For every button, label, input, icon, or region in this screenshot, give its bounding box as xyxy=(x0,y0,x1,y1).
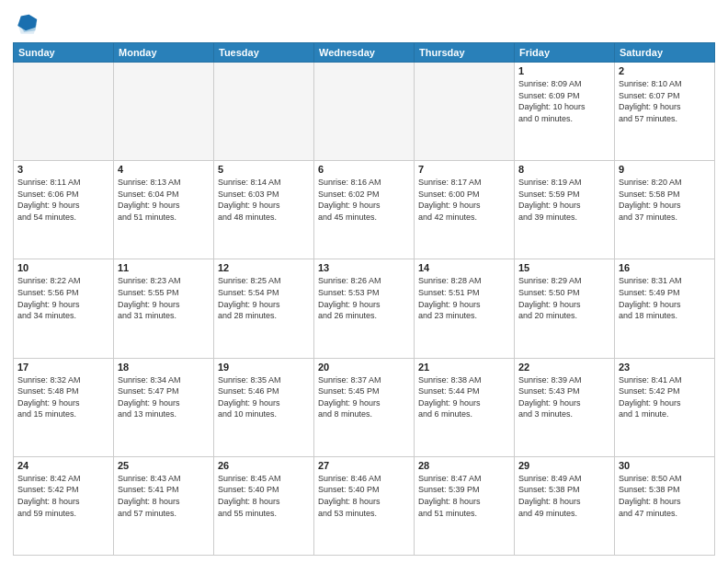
day-info: Sunrise: 8:49 AM Sunset: 5:38 PM Dayligh… xyxy=(518,473,610,519)
calendar-cell: 28Sunrise: 8:47 AM Sunset: 5:39 PM Dayli… xyxy=(415,456,515,555)
day-info: Sunrise: 8:10 AM Sunset: 6:07 PM Dayligh… xyxy=(619,78,711,124)
logo-icon xyxy=(13,13,39,39)
calendar-cell: 3Sunrise: 8:11 AM Sunset: 6:06 PM Daylig… xyxy=(14,161,114,259)
calendar-cell: 27Sunrise: 8:46 AM Sunset: 5:40 PM Dayli… xyxy=(314,456,415,555)
day-number: 10 xyxy=(17,262,109,273)
day-info: Sunrise: 8:39 AM Sunset: 5:43 PM Dayligh… xyxy=(518,374,610,420)
day-number: 16 xyxy=(619,262,711,273)
calendar-cell: 13Sunrise: 8:26 AM Sunset: 5:53 PM Dayli… xyxy=(314,259,415,358)
day-number: 3 xyxy=(17,164,109,175)
day-number: 15 xyxy=(518,262,610,273)
day-number: 11 xyxy=(118,262,210,273)
day-number: 18 xyxy=(118,362,210,373)
day-number: 25 xyxy=(118,460,210,471)
day-info: Sunrise: 8:23 AM Sunset: 5:55 PM Dayligh… xyxy=(118,275,210,321)
header xyxy=(13,9,715,39)
day-info: Sunrise: 8:41 AM Sunset: 5:42 PM Dayligh… xyxy=(619,374,711,420)
day-info: Sunrise: 8:50 AM Sunset: 5:38 PM Dayligh… xyxy=(619,473,711,519)
day-number: 7 xyxy=(418,164,510,175)
day-number: 6 xyxy=(318,164,410,175)
day-number: 9 xyxy=(619,164,711,175)
day-number: 14 xyxy=(418,262,510,273)
day-info: Sunrise: 8:14 AM Sunset: 6:03 PM Dayligh… xyxy=(218,177,310,223)
calendar-cell xyxy=(114,63,214,161)
day-number: 12 xyxy=(218,262,310,273)
calendar-cell: 10Sunrise: 8:22 AM Sunset: 5:56 PM Dayli… xyxy=(14,259,114,358)
calendar-cell xyxy=(214,63,314,161)
day-info: Sunrise: 8:32 AM Sunset: 5:48 PM Dayligh… xyxy=(17,374,109,420)
day-info: Sunrise: 8:13 AM Sunset: 6:04 PM Dayligh… xyxy=(118,177,210,223)
weekday-header: Tuesday xyxy=(214,43,314,63)
calendar-cell: 15Sunrise: 8:29 AM Sunset: 5:50 PM Dayli… xyxy=(515,259,615,358)
calendar-cell: 7Sunrise: 8:17 AM Sunset: 6:00 PM Daylig… xyxy=(415,161,515,259)
calendar-cell: 12Sunrise: 8:25 AM Sunset: 5:54 PM Dayli… xyxy=(214,259,314,358)
calendar-week-row: 1Sunrise: 8:09 AM Sunset: 6:09 PM Daylig… xyxy=(14,63,715,161)
day-number: 4 xyxy=(118,164,210,175)
day-info: Sunrise: 8:42 AM Sunset: 5:42 PM Dayligh… xyxy=(17,473,109,519)
calendar-body: 1Sunrise: 8:09 AM Sunset: 6:09 PM Daylig… xyxy=(14,63,715,556)
calendar-cell xyxy=(314,63,415,161)
day-number: 2 xyxy=(619,65,711,76)
day-number: 1 xyxy=(518,65,610,76)
weekday-row: SundayMondayTuesdayWednesdayThursdayFrid… xyxy=(14,43,715,63)
calendar-cell: 21Sunrise: 8:38 AM Sunset: 5:44 PM Dayli… xyxy=(415,358,515,456)
calendar-cell: 11Sunrise: 8:23 AM Sunset: 5:55 PM Dayli… xyxy=(114,259,214,358)
calendar-cell: 30Sunrise: 8:50 AM Sunset: 5:38 PM Dayli… xyxy=(615,456,715,555)
day-number: 24 xyxy=(17,460,109,471)
day-info: Sunrise: 8:19 AM Sunset: 5:59 PM Dayligh… xyxy=(518,177,610,223)
day-info: Sunrise: 8:09 AM Sunset: 6:09 PM Dayligh… xyxy=(518,78,610,124)
calendar-cell: 29Sunrise: 8:49 AM Sunset: 5:38 PM Dayli… xyxy=(515,456,615,555)
day-info: Sunrise: 8:28 AM Sunset: 5:51 PM Dayligh… xyxy=(418,275,510,321)
calendar-cell: 14Sunrise: 8:28 AM Sunset: 5:51 PM Dayli… xyxy=(415,259,515,358)
calendar-cell: 4Sunrise: 8:13 AM Sunset: 6:04 PM Daylig… xyxy=(114,161,214,259)
weekday-header: Thursday xyxy=(415,43,515,63)
weekday-header: Friday xyxy=(515,43,615,63)
calendar-table: SundayMondayTuesdayWednesdayThursdayFrid… xyxy=(13,42,715,556)
day-info: Sunrise: 8:35 AM Sunset: 5:46 PM Dayligh… xyxy=(218,374,310,420)
day-info: Sunrise: 8:31 AM Sunset: 5:49 PM Dayligh… xyxy=(619,275,711,321)
day-number: 19 xyxy=(218,362,310,373)
calendar-cell: 19Sunrise: 8:35 AM Sunset: 5:46 PM Dayli… xyxy=(214,358,314,456)
weekday-header: Sunday xyxy=(14,43,114,63)
day-info: Sunrise: 8:11 AM Sunset: 6:06 PM Dayligh… xyxy=(17,177,109,223)
weekday-header: Saturday xyxy=(615,43,715,63)
day-number: 17 xyxy=(17,362,109,373)
day-info: Sunrise: 8:17 AM Sunset: 6:00 PM Dayligh… xyxy=(418,177,510,223)
calendar-cell: 25Sunrise: 8:43 AM Sunset: 5:41 PM Dayli… xyxy=(114,456,214,555)
calendar-cell: 16Sunrise: 8:31 AM Sunset: 5:49 PM Dayli… xyxy=(615,259,715,358)
calendar-cell: 2Sunrise: 8:10 AM Sunset: 6:07 PM Daylig… xyxy=(615,63,715,161)
day-info: Sunrise: 8:43 AM Sunset: 5:41 PM Dayligh… xyxy=(118,473,210,519)
calendar-week-row: 10Sunrise: 8:22 AM Sunset: 5:56 PM Dayli… xyxy=(14,259,715,358)
day-info: Sunrise: 8:20 AM Sunset: 5:58 PM Dayligh… xyxy=(619,177,711,223)
day-info: Sunrise: 8:26 AM Sunset: 5:53 PM Dayligh… xyxy=(318,275,410,321)
day-info: Sunrise: 8:47 AM Sunset: 5:39 PM Dayligh… xyxy=(418,473,510,519)
calendar-cell xyxy=(14,63,114,161)
calendar-week-row: 3Sunrise: 8:11 AM Sunset: 6:06 PM Daylig… xyxy=(14,161,715,259)
calendar-cell: 22Sunrise: 8:39 AM Sunset: 5:43 PM Dayli… xyxy=(515,358,615,456)
calendar-cell: 26Sunrise: 8:45 AM Sunset: 5:40 PM Dayli… xyxy=(214,456,314,555)
calendar-cell xyxy=(415,63,515,161)
calendar-header: SundayMondayTuesdayWednesdayThursdayFrid… xyxy=(14,43,715,63)
day-info: Sunrise: 8:29 AM Sunset: 5:50 PM Dayligh… xyxy=(518,275,610,321)
day-number: 5 xyxy=(218,164,310,175)
day-info: Sunrise: 8:16 AM Sunset: 6:02 PM Dayligh… xyxy=(318,177,410,223)
weekday-header: Wednesday xyxy=(314,43,415,63)
calendar-cell: 5Sunrise: 8:14 AM Sunset: 6:03 PM Daylig… xyxy=(214,161,314,259)
calendar-cell: 17Sunrise: 8:32 AM Sunset: 5:48 PM Dayli… xyxy=(14,358,114,456)
day-info: Sunrise: 8:38 AM Sunset: 5:44 PM Dayligh… xyxy=(418,374,510,420)
day-info: Sunrise: 8:37 AM Sunset: 5:45 PM Dayligh… xyxy=(318,374,410,420)
day-number: 13 xyxy=(318,262,410,273)
calendar-cell: 24Sunrise: 8:42 AM Sunset: 5:42 PM Dayli… xyxy=(14,456,114,555)
calendar-cell: 6Sunrise: 8:16 AM Sunset: 6:02 PM Daylig… xyxy=(314,161,415,259)
calendar-cell: 20Sunrise: 8:37 AM Sunset: 5:45 PM Dayli… xyxy=(314,358,415,456)
day-number: 23 xyxy=(619,362,711,373)
logo xyxy=(13,13,42,39)
day-number: 20 xyxy=(318,362,410,373)
day-number: 21 xyxy=(418,362,510,373)
calendar-cell: 9Sunrise: 8:20 AM Sunset: 5:58 PM Daylig… xyxy=(615,161,715,259)
page: SundayMondayTuesdayWednesdayThursdayFrid… xyxy=(0,0,728,563)
calendar-week-row: 17Sunrise: 8:32 AM Sunset: 5:48 PM Dayli… xyxy=(14,358,715,456)
day-number: 30 xyxy=(619,460,711,471)
day-number: 26 xyxy=(218,460,310,471)
day-number: 22 xyxy=(518,362,610,373)
